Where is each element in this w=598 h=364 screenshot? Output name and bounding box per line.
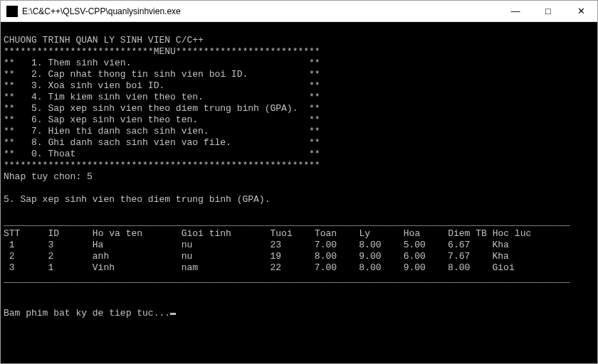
minimize-button[interactable]: —	[499, 1, 532, 22]
blank-line	[4, 205, 9, 216]
table-header: STT ID Ho va ten Gioi tinh Tuoi Toan Ly …	[4, 228, 531, 239]
cursor-icon	[170, 313, 176, 315]
menu-item: ** 4. Tim kiem sinh vien theo ten. **	[4, 92, 320, 102]
table-hr-bottom: ________________________________________…	[4, 274, 570, 284]
table-hr-top: ________________________________________…	[4, 217, 570, 228]
window-controls: — □ ✕	[499, 1, 597, 22]
menu-item: ** 3. Xoa sinh vien boi ID. **	[4, 80, 320, 91]
menu-item: ** 7. Hien thi danh sach sinh vien. **	[4, 126, 320, 136]
titlebar: E:\C&C++\QLSV-CPP\quanlysinhvien.exe — □…	[1, 1, 597, 22]
table-row: 2 2 anh nu 19 8.00 9.00 6.00 7.67 Kha	[4, 251, 509, 262]
console-window: E:\C&C++\QLSV-CPP\quanlysinhvien.exe — □…	[0, 0, 598, 364]
window-title: E:\C&C++\QLSV-CPP\quanlysinhvien.exe	[22, 6, 499, 16]
app-icon	[6, 6, 18, 17]
menu-item: ** 5. Sap xep sinh vien theo diem trung …	[4, 103, 320, 114]
maximize-button[interactable]: □	[532, 1, 565, 22]
console-output[interactable]: CHUONG TRINH QUAN LY SINH VIEN C/C++ ***…	[1, 22, 597, 363]
close-button[interactable]: ✕	[565, 1, 597, 22]
selected-action: 5. Sap xep sinh vien theo diem trung bin…	[4, 194, 270, 205]
menu-item: ** 2. Cap nhat thong tin sinh vien boi I…	[4, 69, 320, 80]
menu-border-top: ***************************MENU*********…	[4, 46, 320, 57]
menu-item: ** 0. Thoat **	[4, 149, 320, 159]
table-row: 3 1 Vinh nam 22 7.00 8.00 9.00 8.00 Gioi	[4, 262, 515, 273]
program-header: CHUONG TRINH QUAN LY SINH VIEN C/C++	[4, 35, 204, 46]
menu-item: ** 1. Them sinh vien. **	[4, 58, 320, 68]
input-prompt: Nhap tuy chon: 5	[4, 171, 93, 182]
menu-item: ** 8. Ghi danh sach sinh vien vao file. …	[4, 137, 320, 148]
menu-item: ** 6. Sap xep sinh vien theo ten. **	[4, 114, 320, 125]
menu-border-bottom: ****************************************…	[4, 160, 320, 171]
blank-line	[4, 296, 9, 307]
blank-line	[4, 285, 9, 296]
continue-prompt: Bam phim bat ky de tiep tuc...	[4, 308, 176, 318]
table-row: 1 3 Ha nu 23 7.00 8.00 5.00 6.67 Kha	[4, 240, 509, 250]
blank-line	[4, 183, 9, 193]
